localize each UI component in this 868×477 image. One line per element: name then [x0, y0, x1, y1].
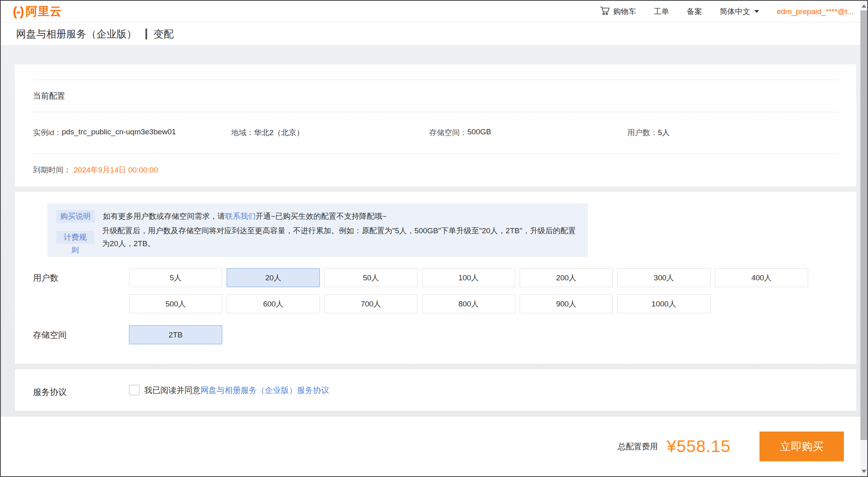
title-separator: [145, 29, 147, 39]
agreement-link[interactable]: 网盘与相册服务（企业版）服务协议: [201, 386, 329, 395]
user-count-option[interactable]: 900人: [520, 294, 613, 313]
app-window: (-) 阿里云 购物车 工单: [0, 0, 868, 477]
storage-label: 存储空间: [33, 325, 129, 352]
field-instance-id: 实例id： pds_trc_public_cn-uqm3e3bew01: [33, 127, 231, 138]
billing-rule-row: 计费规则 升级配置后，用户数及存储空间将对应到达至更高容量，不进行累加。例如：原…: [56, 224, 579, 250]
user-count-option[interactable]: 300人: [617, 268, 710, 287]
field-user-count: 用户数： 5人: [627, 127, 825, 138]
purchase-note-tag: 购买说明: [56, 210, 95, 223]
storage-option[interactable]: 2TB: [129, 325, 222, 344]
user-count-option[interactable]: 500人: [129, 294, 222, 313]
total-cost-label: 总配置费用: [618, 441, 658, 452]
storage-options: 2TB: [129, 325, 817, 352]
field-region: 地域： 华北2（北京）: [231, 127, 429, 138]
nav-cart-label: 购物车: [613, 6, 636, 17]
user-count-option[interactable]: 400人: [715, 268, 808, 287]
scrollbar-thumb[interactable]: [860, 10, 867, 440]
field-expire-time: 到期时间： 2024年9月14日 00:00:00: [33, 153, 838, 187]
config-select-card: 购买说明 如有更多用户数或存储空间需求，请联系我们开通~已购买生效的配置不支持降…: [15, 192, 856, 364]
user-count-options: 5人 20人 50人 100人 200人 300人 400人 500人 600人…: [129, 268, 817, 321]
contact-us-link[interactable]: 联系我们: [225, 212, 256, 220]
total-cost-value: ¥558.15: [667, 437, 731, 456]
user-count-option[interactable]: 100人: [422, 268, 515, 287]
notice-panel: 购买说明 如有更多用户数或存储空间需求，请联系我们开通~已购买生效的配置不支持降…: [47, 203, 588, 257]
expire-time-value: 2024年9月14日 00:00:00: [74, 165, 158, 175]
storage-row: 存储空间 2TB: [33, 325, 838, 352]
field-storage: 存储空间： 500GB: [429, 127, 627, 138]
aliyun-logo-icon: (-): [13, 4, 23, 19]
user-count-option[interactable]: 50人: [324, 268, 418, 287]
agreement-label: 服务协议: [33, 382, 129, 398]
user-count-label: 用户数: [33, 268, 129, 321]
nav-language[interactable]: 简体中文: [720, 6, 759, 17]
purchase-note-text: 如有更多用户数或存储空间需求，请: [103, 212, 225, 220]
scroll-up-icon[interactable]: [860, 2, 867, 9]
nav-tickets-label: 工单: [654, 6, 669, 17]
vertical-scrollbar[interactable]: [860, 1, 867, 476]
aliyun-logo-text: 阿里云: [26, 4, 62, 20]
agreement-text: 我已阅读并同意: [144, 386, 201, 395]
user-count-option[interactable]: 600人: [227, 294, 320, 313]
caret-down-icon: [754, 10, 759, 13]
aliyun-logo[interactable]: (-) 阿里云: [13, 4, 62, 20]
purchase-note-row: 购买说明 如有更多用户数或存储空间需求，请联系我们开通~已购买生效的配置不支持降…: [56, 210, 579, 223]
cart-icon: [600, 6, 610, 17]
user-count-option[interactable]: 5人: [129, 268, 222, 287]
user-count-option[interactable]: 200人: [520, 268, 613, 287]
page-title-bar: 网盘与相册服务（企业版） 变配: [1, 23, 860, 45]
billing-rule-tag: 计费规则: [56, 231, 94, 244]
current-config-fields: 实例id： pds_trc_public_cn-uqm3e3bew01 地域： …: [33, 112, 838, 153]
purchase-note-text-after: 开通~已购买生效的配置不支持降配哦~: [256, 212, 387, 220]
current-config-card: 当前配置 实例id： pds_trc_public_cn-uqm3e3bew01…: [15, 64, 856, 187]
top-nav: 购物车 工单 备案 简体中文 edm_prepaid_****@t...: [600, 6, 849, 17]
user-count-row: 用户数 5人 20人 50人 100人 200人 300人 400人 500人 …: [33, 268, 838, 321]
top-header: (-) 阿里云 购物车 工单: [1, 1, 860, 23]
page-subtitle: 变配: [154, 27, 174, 41]
billing-rule-text: 升级配置后，用户数及存储空间将对应到达至更高容量，不进行累加。例如：原配置为"5…: [102, 226, 576, 248]
agreement-checkbox[interactable]: [129, 385, 139, 395]
scroll-down-icon[interactable]: [860, 468, 867, 475]
main-content: 当前配置 实例id： pds_trc_public_cn-uqm3e3bew01…: [1, 45, 860, 417]
footer-bar: 总配置费用 ¥558.15 立即购买: [1, 417, 860, 476]
nav-icp-label: 备案: [687, 6, 702, 17]
page-title: 网盘与相册服务（企业版）: [16, 27, 137, 41]
user-count-option[interactable]: 800人: [422, 294, 515, 313]
user-count-option[interactable]: 1000人: [617, 294, 710, 313]
nav-language-label: 简体中文: [720, 6, 750, 17]
nav-icp[interactable]: 备案: [687, 6, 702, 17]
buy-now-button[interactable]: 立即购买: [760, 432, 844, 461]
user-count-option[interactable]: 700人: [324, 294, 418, 313]
agreement-card: 服务协议 我已阅读并同意网盘与相册服务（企业版）服务协议: [15, 369, 856, 411]
current-config-title: 当前配置: [33, 90, 65, 101]
user-count-option[interactable]: 20人: [227, 268, 320, 287]
nav-tickets[interactable]: 工单: [654, 6, 669, 17]
account-name[interactable]: edm_prepaid_****@t...: [777, 7, 849, 16]
nav-cart[interactable]: 购物车: [600, 6, 636, 17]
